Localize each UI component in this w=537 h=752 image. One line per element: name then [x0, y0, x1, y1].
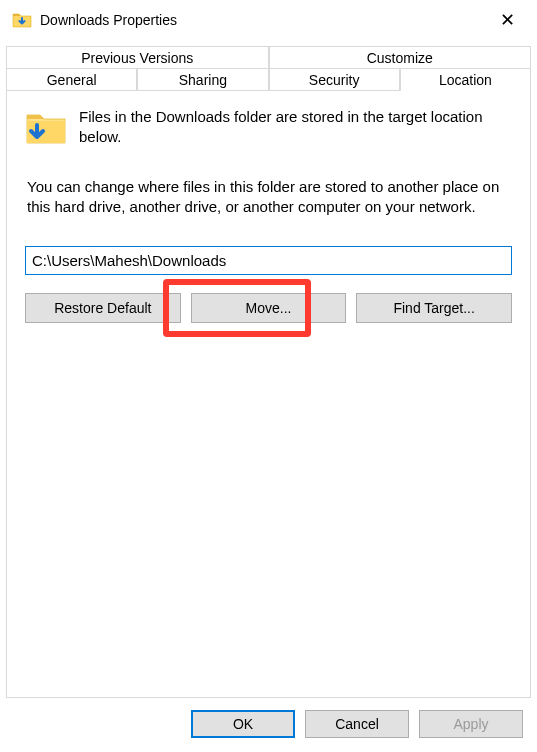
ok-button[interactable]: OK	[191, 710, 295, 738]
cancel-button[interactable]: Cancel	[305, 710, 409, 738]
description-text: You can change where files in this folde…	[25, 177, 512, 218]
move-button[interactable]: Move...	[191, 293, 347, 323]
tab-general[interactable]: General	[6, 68, 137, 91]
close-button[interactable]: ✕	[490, 5, 525, 35]
tab-security[interactable]: Security	[269, 68, 400, 91]
tab-sharing[interactable]: Sharing	[137, 68, 268, 91]
tab-previous-versions[interactable]: Previous Versions	[6, 46, 269, 69]
tab-panel-location: Files in the Downloads folder are stored…	[6, 90, 531, 698]
tab-location[interactable]: Location	[400, 68, 531, 91]
find-target-button[interactable]: Find Target...	[356, 293, 512, 323]
intro-text: Files in the Downloads folder are stored…	[79, 107, 512, 148]
restore-default-button[interactable]: Restore Default	[25, 293, 181, 323]
tabs: Previous Versions Customize General Shar…	[6, 46, 531, 91]
properties-dialog: Downloads Properties ✕ Previous Versions…	[0, 0, 537, 752]
dialog-button-row: OK Cancel Apply	[0, 698, 537, 752]
downloads-folder-icon	[12, 10, 32, 30]
location-path-input[interactable]	[25, 246, 512, 275]
window-title: Downloads Properties	[40, 12, 490, 28]
downloads-folder-large-icon	[25, 107, 67, 149]
content-area: Previous Versions Customize General Shar…	[0, 40, 537, 698]
titlebar: Downloads Properties ✕	[0, 0, 537, 40]
apply-button[interactable]: Apply	[419, 710, 523, 738]
tab-customize[interactable]: Customize	[269, 46, 532, 69]
